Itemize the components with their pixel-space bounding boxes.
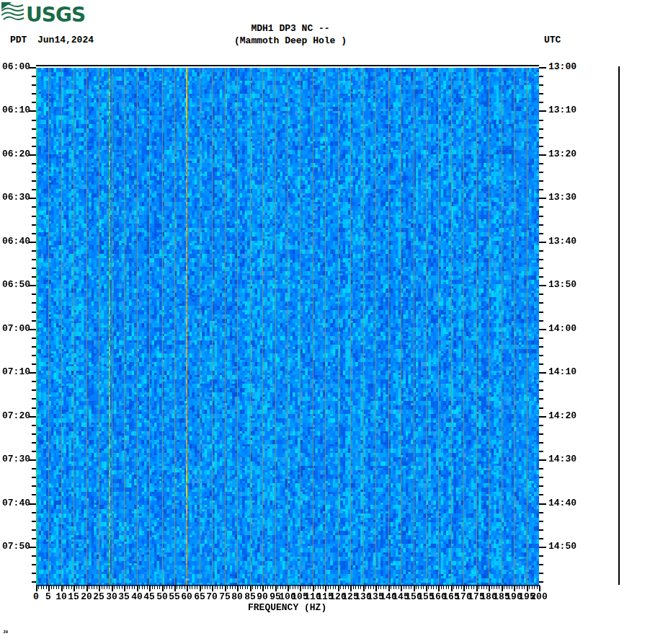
spectrogram-page: USGS PDT Jun14,2024 UTC MDH1 DP3 NC -- (… [0, 0, 650, 644]
freq-tick [86, 586, 88, 591]
time-tick-left [32, 512, 36, 513]
freq-tick [51, 586, 52, 589]
freq-tick [426, 586, 427, 591]
freq-tick [205, 586, 205, 589]
time-tick-left [32, 433, 36, 435]
freq-tick [68, 586, 69, 589]
freq-tick [154, 586, 155, 589]
time-tick-left [32, 312, 36, 313]
time-tick-right [539, 355, 543, 356]
freq-tick [340, 586, 341, 589]
freq-tick [360, 586, 361, 589]
time-tick-left [32, 76, 36, 77]
time-tick-right [539, 189, 543, 190]
freq-tick [481, 586, 482, 589]
freq-tick [514, 586, 515, 591]
time-tick-right [539, 242, 546, 243]
time-label-right: 13:40 [548, 237, 576, 247]
usgs-logo-text: USGS [26, 6, 85, 25]
time-label-right: 14:50 [548, 542, 576, 552]
time-label-left: 06:10 [0, 105, 30, 115]
freq-tick [267, 586, 268, 589]
freq-tick [210, 586, 210, 589]
freq-tick [358, 586, 359, 589]
freq-tick [404, 586, 404, 589]
freq-tick [401, 586, 402, 591]
time-tick-right [539, 302, 543, 304]
freq-tick [478, 586, 479, 589]
time-tick-left [32, 451, 36, 452]
time-tick-right [539, 250, 543, 252]
freq-tick [370, 586, 371, 589]
time-tick-right [539, 538, 543, 539]
freq-tick [280, 586, 281, 589]
freq-tick [79, 586, 79, 589]
time-tick-left [32, 146, 36, 147]
time-tick-right [539, 198, 546, 199]
freq-tick [338, 586, 339, 591]
freq-tick [235, 586, 236, 589]
freq-tick [76, 586, 77, 589]
freq-tick [63, 586, 64, 589]
time-tick-right [539, 102, 543, 103]
time-tick-right [539, 398, 543, 400]
spectrogram-canvas[interactable] [36, 68, 539, 586]
freq-tick [104, 586, 104, 589]
freq-tick [428, 586, 429, 589]
time-tick-right [539, 110, 546, 112]
freq-tick [396, 586, 396, 589]
freq-tick [58, 586, 59, 589]
freq-tick [431, 586, 432, 589]
freq-tick [200, 586, 201, 591]
time-tick-right [539, 477, 543, 478]
freq-tick [524, 586, 525, 589]
time-tick-right [539, 425, 543, 426]
time-tick-left [32, 259, 36, 260]
freq-tick [43, 586, 44, 589]
time-tick-right [539, 494, 543, 495]
time-tick-left [32, 84, 36, 86]
time-tick-right [539, 259, 543, 260]
freq-tick [443, 586, 444, 589]
freq-tick [46, 586, 47, 589]
freq-tick [275, 586, 277, 591]
time-tick-right [539, 233, 543, 234]
freq-tick [433, 586, 434, 589]
time-tick-left [32, 381, 36, 382]
freq-tick [144, 586, 145, 589]
freq-tick [484, 586, 484, 589]
freq-tick [494, 586, 494, 589]
freq-tick [365, 586, 366, 589]
time-tick-left [32, 521, 36, 522]
freq-tick [436, 586, 437, 589]
freq-tick [411, 586, 411, 589]
freq-tick [323, 586, 324, 589]
freq-tick [66, 586, 67, 589]
freq-tick [127, 586, 128, 589]
freq-tick [343, 586, 344, 589]
time-tick-right [539, 547, 546, 548]
freq-tick [139, 586, 140, 589]
time-tick-left [32, 573, 36, 574]
freq-tick [202, 586, 202, 589]
freq-tick [53, 586, 54, 589]
time-label-left: 06:20 [0, 149, 30, 159]
freq-tick [177, 586, 177, 589]
freq-tick [84, 586, 84, 589]
time-tick-right [539, 93, 543, 94]
freq-tick [250, 586, 251, 591]
freq-tick [157, 586, 158, 589]
time-tick-left [32, 442, 36, 444]
time-tick-right [539, 180, 543, 182]
freq-tick [335, 586, 336, 589]
time-tick-right [539, 84, 543, 86]
freq-tick [473, 586, 474, 589]
freq-tick [122, 586, 123, 589]
freq-tick [187, 586, 188, 591]
freq-tick [539, 586, 540, 591]
freq-tick [458, 586, 459, 589]
freq-tick [463, 586, 465, 591]
freq-tick [159, 586, 160, 589]
freq-tick [112, 586, 113, 591]
freq-tick [423, 586, 424, 589]
